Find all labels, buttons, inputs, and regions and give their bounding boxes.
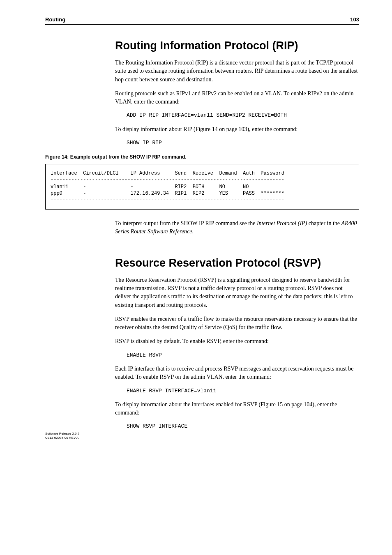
post-fig-italic-1: Internet Protocol (IP) [257, 220, 307, 226]
rsvp-paragraph-3: RSVP is disabled by default. To enable R… [115, 337, 359, 345]
rsvp-paragraph-4: Each IP interface that is to receive and… [115, 365, 359, 382]
post-fig-text-e: . [192, 228, 194, 235]
rsvp-paragraph-1: The Resource Reservation Protocol (RSVP)… [115, 276, 359, 309]
rip-command-2: SHOW IP RIP [127, 139, 359, 147]
page-footer: Software Release 2.5.2 C613-02034-00 REV… [45, 432, 79, 440]
rsvp-paragraph-2: RSVP enables the receiver of a traffic f… [115, 315, 359, 332]
post-fig-text-a: To interpret output from the SHOW IP RIP… [115, 220, 257, 226]
post-fig-text-c: chapter in the [307, 220, 341, 226]
section-title-rsvp: Resource Reservation Protocol (RSVP) [115, 257, 359, 269]
section-title-rip: Routing Information Protocol (RIP) [115, 39, 359, 52]
rip-command-1: ADD IP RIP INTERFACE=vlan11 SEND=RIP2 RE… [127, 112, 359, 119]
footer-line-1: Software Release 2.5.2 [45, 432, 79, 436]
rsvp-paragraph-5: To display information about the interfa… [115, 401, 359, 417]
rsvp-command-2: ENABLE RSVP INTERFACE=vlan11 [127, 387, 359, 395]
figure-14-output: Interface Circuit/DLCI IP Address Send R… [45, 164, 359, 210]
rsvp-command-1: ENABLE RSVP [127, 352, 359, 359]
rip-paragraph-1: The Routing Information Protocol (RIP) i… [115, 59, 359, 84]
rsvp-command-3: SHOW RSVP INTERFACE [127, 423, 359, 430]
page-header: Routing 103 [45, 16, 359, 25]
rip-paragraph-3: To display information about RIP (Figure… [115, 125, 359, 134]
header-section: Routing [45, 16, 65, 23]
post-figure-paragraph: To interpret output from the SHOW IP RIP… [115, 219, 359, 236]
rip-paragraph-2: Routing protocols such as RIPv1 and RIPv… [115, 90, 359, 106]
header-page-number: 103 [350, 16, 359, 23]
footer-line-2: C613-02034-00 REV A [45, 436, 79, 440]
figure-14-caption: Figure 14: Example output from the SHOW … [45, 154, 359, 160]
